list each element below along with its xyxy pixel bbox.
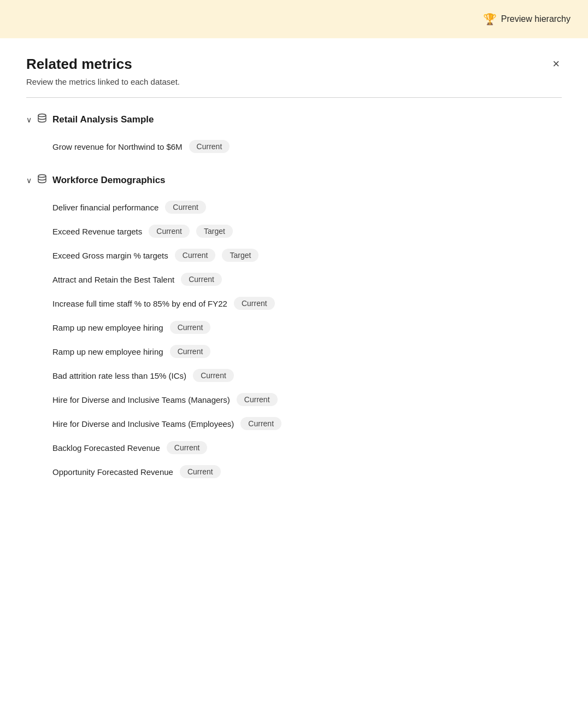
- metric-row: Ramp up new employee hiringCurrent: [26, 339, 562, 363]
- metric-row: Ramp up new employee hiringCurrent: [26, 315, 562, 339]
- metric-row: Hire for Diverse and Inclusive Teams (Em…: [26, 412, 562, 436]
- badge-current[interactable]: Current: [237, 393, 278, 406]
- badge-current[interactable]: Current: [181, 273, 222, 286]
- panel-header: Related metrics ×: [26, 56, 562, 73]
- preview-hierarchy-label: Preview hierarchy: [501, 14, 571, 24]
- metric-name: Bad attrition rate less than 15% (ICs): [52, 371, 186, 380]
- metric-name: Backlog Forecasted Revenue: [52, 443, 160, 453]
- divider: [26, 97, 562, 98]
- metric-row: Exceed Gross margin % targetsCurrentTarg…: [26, 243, 562, 267]
- section-retail: ∨ Retail Analysis SampleGrow revenue for…: [26, 113, 562, 158]
- badge-current[interactable]: Current: [193, 369, 234, 382]
- metric-name: Exceed Gross margin % targets: [52, 251, 168, 260]
- badge-current[interactable]: Current: [180, 465, 221, 478]
- metric-name: Grow revenue for Northwind to $6M: [52, 142, 183, 151]
- database-icon: [37, 174, 47, 186]
- metric-row: Backlog Forecasted RevenueCurrent: [26, 436, 562, 460]
- badge-current[interactable]: Current: [175, 249, 216, 262]
- badge-current[interactable]: Current: [149, 225, 190, 238]
- metric-row: Attract and Retain the Best TalentCurren…: [26, 267, 562, 291]
- close-button[interactable]: ×: [550, 56, 562, 72]
- badge-current[interactable]: Current: [165, 201, 206, 214]
- panel-title: Related metrics: [26, 56, 132, 73]
- metric-row: Bad attrition rate less than 15% (ICs)Cu…: [26, 363, 562, 388]
- chevron-down-icon: ∨: [26, 176, 32, 185]
- badge-current[interactable]: Current: [167, 441, 208, 454]
- section-title-workforce: Workforce Demographics: [52, 175, 166, 186]
- metric-name: Opportunity Forecasted Revenue: [52, 467, 173, 477]
- badge-current[interactable]: Current: [234, 297, 275, 310]
- badge-current[interactable]: Current: [189, 140, 230, 153]
- metric-name: Hire for Diverse and Inclusive Teams (Em…: [52, 419, 234, 428]
- metric-name: Exceed Revenue targets: [52, 227, 142, 236]
- badge-target[interactable]: Target: [222, 249, 258, 262]
- badge-current[interactable]: Current: [240, 417, 281, 430]
- metric-row: Increase full time staff % to 85% by end…: [26, 291, 562, 315]
- metric-row: Grow revenue for Northwind to $6MCurrent: [26, 134, 562, 158]
- metric-row: Opportunity Forecasted RevenueCurrent: [26, 460, 562, 484]
- related-metrics-panel: Related metrics × Review the metrics lin…: [0, 38, 588, 521]
- svg-point-0: [38, 114, 46, 117]
- top-bar: 🏆 Preview hierarchy: [0, 0, 588, 38]
- section-title-retail: Retail Analysis Sample: [52, 114, 154, 125]
- metric-name: Ramp up new employee hiring: [52, 347, 163, 356]
- badge-target[interactable]: Target: [196, 225, 233, 238]
- trophy-icon: 🏆: [483, 13, 497, 26]
- metric-name: Hire for Diverse and Inclusive Teams (Ma…: [52, 395, 230, 404]
- preview-hierarchy-button[interactable]: 🏆 Preview hierarchy: [483, 13, 571, 26]
- svg-point-1: [38, 175, 46, 178]
- metric-name: Deliver financial performance: [52, 203, 158, 212]
- metric-name: Attract and Retain the Best Talent: [52, 275, 174, 284]
- badge-current[interactable]: Current: [170, 345, 211, 358]
- section-workforce: ∨ Workforce DemographicsDeliver financia…: [26, 174, 562, 484]
- panel-subtitle: Review the metrics linked to each datase…: [26, 77, 562, 86]
- section-header-retail[interactable]: ∨ Retail Analysis Sample: [26, 113, 562, 126]
- metric-row: Deliver financial performanceCurrent: [26, 195, 562, 219]
- chevron-down-icon: ∨: [26, 115, 32, 124]
- section-header-workforce[interactable]: ∨ Workforce Demographics: [26, 174, 562, 186]
- database-icon: [37, 113, 47, 126]
- metric-name: Increase full time staff % to 85% by end…: [52, 299, 227, 308]
- badge-current[interactable]: Current: [170, 321, 211, 334]
- metric-row: Hire for Diverse and Inclusive Teams (Ma…: [26, 388, 562, 412]
- sections-container: ∨ Retail Analysis SampleGrow revenue for…: [26, 113, 562, 484]
- metric-row: Exceed Revenue targetsCurrentTarget: [26, 219, 562, 243]
- metric-name: Ramp up new employee hiring: [52, 323, 163, 332]
